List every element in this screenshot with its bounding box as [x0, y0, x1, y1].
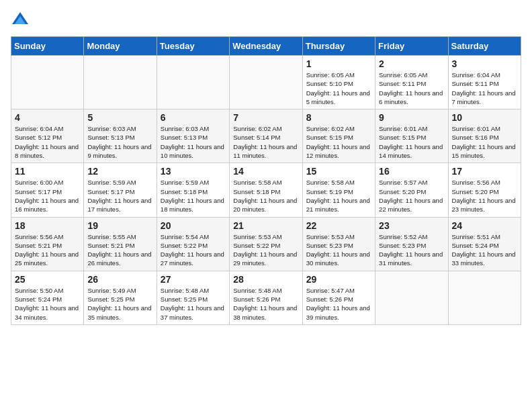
- day-info: Sunrise: 5:59 AM Sunset: 5:18 PM Dayligh…: [161, 178, 226, 214]
- day-number: 10: [452, 112, 517, 123]
- calendar-week-5: 25Sunrise: 5:50 AM Sunset: 5:24 PM Dayli…: [11, 271, 521, 324]
- day-info: Sunrise: 5:52 AM Sunset: 5:23 PM Dayligh…: [379, 232, 444, 268]
- calendar-cell: 3Sunrise: 6:04 AM Sunset: 5:11 PM Daylig…: [448, 56, 521, 109]
- calendar-cell: 18Sunrise: 5:56 AM Sunset: 5:21 PM Dayli…: [11, 217, 84, 271]
- calendar-cell: [375, 271, 448, 324]
- calendar-cell: 11Sunrise: 6:00 AM Sunset: 5:17 PM Dayli…: [11, 163, 84, 217]
- day-info: Sunrise: 5:47 AM Sunset: 5:26 PM Dayligh…: [306, 286, 371, 322]
- calendar-header-row: SundayMondayTuesdayWednesdayThursdayFrid…: [11, 37, 521, 56]
- day-number: 16: [379, 166, 444, 177]
- day-info: Sunrise: 5:53 AM Sunset: 5:23 PM Dayligh…: [306, 232, 371, 268]
- day-number: 11: [15, 166, 80, 177]
- calendar-cell: [448, 271, 521, 324]
- calendar-week-3: 11Sunrise: 6:00 AM Sunset: 5:17 PM Dayli…: [11, 163, 521, 217]
- calendar-cell: [157, 56, 229, 109]
- day-number: 29: [306, 274, 371, 285]
- calendar-cell: 1Sunrise: 6:05 AM Sunset: 5:10 PM Daylig…: [302, 56, 375, 109]
- calendar-cell: 15Sunrise: 5:58 AM Sunset: 5:19 PM Dayli…: [302, 163, 375, 217]
- calendar-cell: 21Sunrise: 5:53 AM Sunset: 5:22 PM Dayli…: [230, 217, 302, 271]
- calendar-cell: 13Sunrise: 5:59 AM Sunset: 5:18 PM Dayli…: [157, 163, 229, 217]
- calendar-cell: 20Sunrise: 5:54 AM Sunset: 5:22 PM Dayli…: [157, 217, 229, 271]
- day-info: Sunrise: 6:02 AM Sunset: 5:14 PM Dayligh…: [233, 124, 298, 160]
- day-number: 7: [233, 112, 298, 123]
- day-info: Sunrise: 5:54 AM Sunset: 5:22 PM Dayligh…: [161, 232, 226, 268]
- calendar-cell: 22Sunrise: 5:53 AM Sunset: 5:23 PM Dayli…: [302, 217, 375, 271]
- calendar-week-4: 18Sunrise: 5:56 AM Sunset: 5:21 PM Dayli…: [11, 217, 521, 271]
- day-info: Sunrise: 5:55 AM Sunset: 5:21 PM Dayligh…: [87, 232, 152, 268]
- day-number: 23: [379, 220, 444, 231]
- day-number: 26: [87, 274, 152, 285]
- day-info: Sunrise: 6:01 AM Sunset: 5:15 PM Dayligh…: [379, 124, 444, 160]
- day-number: 12: [87, 166, 152, 177]
- calendar-header-thursday: Thursday: [302, 37, 375, 56]
- day-info: Sunrise: 6:04 AM Sunset: 5:12 PM Dayligh…: [15, 124, 80, 160]
- day-info: Sunrise: 6:00 AM Sunset: 5:17 PM Dayligh…: [15, 178, 80, 214]
- calendar-cell: 17Sunrise: 5:56 AM Sunset: 5:20 PM Dayli…: [448, 163, 521, 217]
- day-number: 15: [306, 166, 371, 177]
- day-info: Sunrise: 6:05 AM Sunset: 5:11 PM Dayligh…: [379, 71, 444, 106]
- calendar-cell: 6Sunrise: 6:03 AM Sunset: 5:13 PM Daylig…: [157, 109, 229, 163]
- calendar-cell: [84, 56, 157, 109]
- calendar-cell: 10Sunrise: 6:01 AM Sunset: 5:16 PM Dayli…: [448, 109, 521, 163]
- logo: [11, 11, 32, 30]
- calendar-header-monday: Monday: [84, 37, 157, 56]
- logo-icon: [11, 11, 30, 30]
- day-number: 27: [161, 274, 226, 285]
- day-number: 9: [379, 112, 444, 123]
- day-number: 2: [379, 58, 444, 69]
- day-number: 19: [87, 220, 152, 231]
- calendar-cell: 7Sunrise: 6:02 AM Sunset: 5:14 PM Daylig…: [230, 109, 302, 163]
- calendar-cell: 25Sunrise: 5:50 AM Sunset: 5:24 PM Dayli…: [11, 271, 84, 324]
- calendar-cell: 8Sunrise: 6:02 AM Sunset: 5:15 PM Daylig…: [302, 109, 375, 163]
- calendar-header-wednesday: Wednesday: [230, 37, 302, 56]
- calendar-week-2: 4Sunrise: 6:04 AM Sunset: 5:12 PM Daylig…: [11, 109, 521, 163]
- day-number: 28: [233, 274, 298, 285]
- day-number: 17: [452, 166, 517, 177]
- day-info: Sunrise: 5:48 AM Sunset: 5:26 PM Dayligh…: [233, 286, 298, 322]
- day-number: 25: [15, 274, 80, 285]
- calendar-cell: 24Sunrise: 5:51 AM Sunset: 5:24 PM Dayli…: [448, 217, 521, 271]
- calendar-header-tuesday: Tuesday: [157, 37, 229, 56]
- day-number: 3: [452, 58, 517, 69]
- day-number: 21: [233, 220, 298, 231]
- calendar-header-sunday: Sunday: [11, 37, 84, 56]
- day-info: Sunrise: 5:49 AM Sunset: 5:25 PM Dayligh…: [87, 286, 152, 322]
- day-number: 18: [15, 220, 80, 231]
- calendar-week-1: 1Sunrise: 6:05 AM Sunset: 5:10 PM Daylig…: [11, 56, 521, 109]
- day-number: 14: [233, 166, 298, 177]
- calendar-cell: 9Sunrise: 6:01 AM Sunset: 5:15 PM Daylig…: [375, 109, 448, 163]
- day-info: Sunrise: 5:58 AM Sunset: 5:18 PM Dayligh…: [233, 178, 298, 214]
- day-info: Sunrise: 6:03 AM Sunset: 5:13 PM Dayligh…: [161, 124, 226, 160]
- calendar-cell: 14Sunrise: 5:58 AM Sunset: 5:18 PM Dayli…: [230, 163, 302, 217]
- day-number: 8: [306, 112, 371, 123]
- calendar-header-saturday: Saturday: [448, 37, 521, 56]
- day-info: Sunrise: 5:59 AM Sunset: 5:17 PM Dayligh…: [87, 178, 152, 214]
- calendar-table: SundayMondayTuesdayWednesdayThursdayFrid…: [11, 36, 521, 325]
- day-number: 1: [306, 58, 371, 69]
- calendar-cell: 19Sunrise: 5:55 AM Sunset: 5:21 PM Dayli…: [84, 217, 157, 271]
- day-info: Sunrise: 5:57 AM Sunset: 5:20 PM Dayligh…: [379, 178, 444, 214]
- day-number: 20: [161, 220, 226, 231]
- calendar-cell: [230, 56, 302, 109]
- day-info: Sunrise: 5:56 AM Sunset: 5:21 PM Dayligh…: [15, 232, 80, 268]
- calendar-cell: 29Sunrise: 5:47 AM Sunset: 5:26 PM Dayli…: [302, 271, 375, 324]
- day-info: Sunrise: 6:02 AM Sunset: 5:15 PM Dayligh…: [306, 124, 371, 160]
- calendar-body: 1Sunrise: 6:05 AM Sunset: 5:10 PM Daylig…: [11, 56, 521, 325]
- day-info: Sunrise: 5:53 AM Sunset: 5:22 PM Dayligh…: [233, 232, 298, 268]
- day-info: Sunrise: 5:48 AM Sunset: 5:25 PM Dayligh…: [161, 286, 226, 322]
- day-info: Sunrise: 5:51 AM Sunset: 5:24 PM Dayligh…: [452, 232, 517, 268]
- calendar-cell: [11, 56, 84, 109]
- day-number: 6: [161, 112, 226, 123]
- day-info: Sunrise: 6:04 AM Sunset: 5:11 PM Dayligh…: [452, 71, 517, 106]
- day-info: Sunrise: 5:50 AM Sunset: 5:24 PM Dayligh…: [15, 286, 80, 322]
- day-info: Sunrise: 5:58 AM Sunset: 5:19 PM Dayligh…: [306, 178, 371, 214]
- page-header: [11, 11, 521, 30]
- day-number: 13: [161, 166, 226, 177]
- calendar-cell: 26Sunrise: 5:49 AM Sunset: 5:25 PM Dayli…: [84, 271, 157, 324]
- calendar-cell: 28Sunrise: 5:48 AM Sunset: 5:26 PM Dayli…: [230, 271, 302, 324]
- calendar-cell: 12Sunrise: 5:59 AM Sunset: 5:17 PM Dayli…: [84, 163, 157, 217]
- day-info: Sunrise: 5:56 AM Sunset: 5:20 PM Dayligh…: [452, 178, 517, 214]
- calendar-cell: 2Sunrise: 6:05 AM Sunset: 5:11 PM Daylig…: [375, 56, 448, 109]
- calendar-cell: 16Sunrise: 5:57 AM Sunset: 5:20 PM Dayli…: [375, 163, 448, 217]
- calendar-cell: 4Sunrise: 6:04 AM Sunset: 5:12 PM Daylig…: [11, 109, 84, 163]
